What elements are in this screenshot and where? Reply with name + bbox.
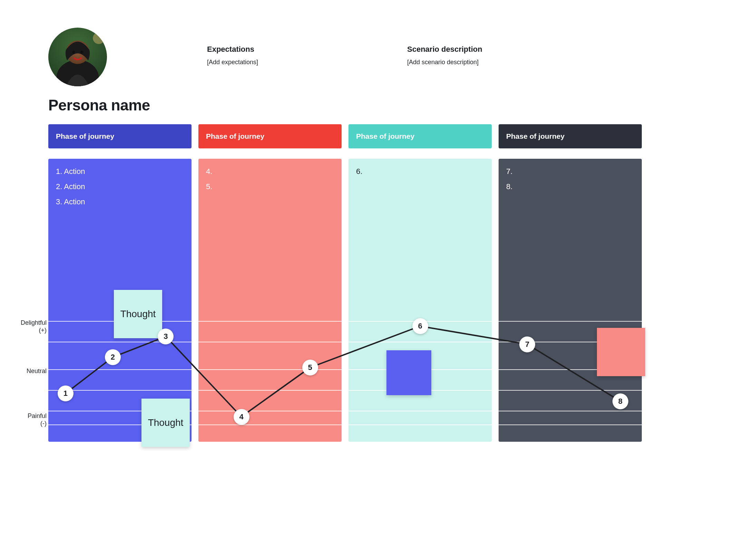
emotion-label-delightful: Delightful (+): [21, 319, 47, 334]
journey-node-8[interactable]: 8: [612, 393, 628, 409]
expectations-title: Expectations: [207, 45, 338, 54]
action-item[interactable]: 3. Action: [56, 197, 184, 206]
svg-point-1: [93, 32, 105, 44]
svg-point-5: [80, 51, 83, 54]
expectations-block[interactable]: Expectations [Add expectations]: [207, 45, 338, 66]
journey-node-2[interactable]: 2: [105, 349, 121, 365]
phase-column-2[interactable]: 4. 5.: [198, 159, 342, 442]
action-item[interactable]: 6.: [356, 167, 484, 176]
sticky-note-blue[interactable]: [386, 350, 431, 395]
scenario-title: Scenario description: [407, 45, 580, 54]
phase-header-2[interactable]: Phase of journey: [198, 124, 342, 148]
persona-name-heading[interactable]: Persona name: [48, 97, 150, 114]
action-item[interactable]: 7.: [506, 167, 634, 176]
journey-node-5[interactable]: 5: [302, 360, 318, 375]
phase-column-3[interactable]: 6.: [348, 159, 492, 442]
scenario-block[interactable]: Scenario description [Add scenario descr…: [407, 45, 580, 66]
action-item[interactable]: 8.: [506, 182, 634, 191]
emotion-gridlines: [198, 321, 342, 424]
emotion-axis-labels: Delightful (+) Neutral Painful (-): [9, 321, 47, 442]
persona-avatar[interactable]: [48, 28, 107, 86]
action-item[interactable]: 2. Action: [56, 182, 184, 191]
emotion-label-neutral: Neutral: [27, 368, 47, 375]
action-item[interactable]: 4.: [206, 167, 334, 176]
phase-header-3[interactable]: Phase of journey: [348, 124, 492, 148]
sticky-note-thought-1[interactable]: Thought: [114, 290, 162, 338]
phase-header-1[interactable]: Phase of journey: [48, 124, 192, 148]
scenario-placeholder[interactable]: [Add scenario description]: [407, 59, 580, 66]
expectations-placeholder[interactable]: [Add expectations]: [207, 59, 338, 66]
journey-node-1[interactable]: 1: [58, 385, 73, 401]
svg-point-4: [72, 51, 75, 54]
sticky-note-thought-2[interactable]: Thought: [141, 399, 190, 447]
action-item[interactable]: 1. Action: [56, 167, 184, 176]
journey-node-3[interactable]: 3: [158, 329, 174, 344]
journey-node-6[interactable]: 6: [412, 318, 428, 334]
action-item[interactable]: 5.: [206, 182, 334, 191]
phase-header-4[interactable]: Phase of journey: [499, 124, 642, 148]
emotion-label-painful: Painful (-): [28, 412, 47, 427]
sticky-note-pink[interactable]: [597, 328, 645, 376]
avatar-image: [48, 28, 107, 86]
journey-node-4[interactable]: 4: [234, 409, 249, 425]
journey-node-7[interactable]: 7: [519, 336, 535, 352]
